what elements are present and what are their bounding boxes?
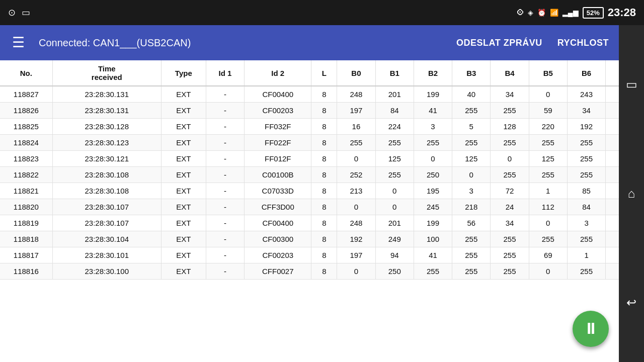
table-row[interactable]: 11882023:28:30.107EXT-CFF3D0080024521824…	[0, 199, 644, 215]
cell-b6: 3	[567, 215, 605, 231]
battery-indicator: 52%	[583, 7, 604, 19]
cell-b5: 1	[529, 183, 567, 199]
cell-b6: 255	[567, 135, 605, 151]
cell-l: 8	[311, 247, 337, 263]
cell-id1: -	[206, 231, 244, 247]
table-row[interactable]: 11881723:28:30.101EXT-CF0020381979441255…	[0, 247, 644, 263]
cell-l: 8	[311, 151, 337, 167]
cell-no: 118826	[0, 103, 52, 119]
cell-id2: CF00203	[245, 247, 311, 263]
table-row[interactable]: 11882623:28:30.131EXT-CF0020381978441255…	[0, 103, 644, 119]
status-left: ⊙ ▭	[8, 7, 30, 18]
cell-b0: 192	[337, 231, 375, 247]
speed-button[interactable]: RYCHLOST	[557, 38, 609, 48]
cell-b4: 255	[491, 167, 529, 183]
table-row[interactable]: 11882723:28:30.131EXT-CF0040082482011994…	[0, 86, 644, 103]
cell-b4: 72	[491, 183, 529, 199]
col-header-b4: B4	[491, 60, 529, 86]
table-row[interactable]: 11882323:28:30.121EXT-FF012F801250125012…	[0, 151, 644, 167]
cell-type: EXT	[161, 119, 206, 135]
cell-l: 8	[311, 215, 337, 231]
cell-no: 118817	[0, 247, 52, 263]
cell-time: 23:28:30.108	[52, 183, 161, 199]
cell-b1: 201	[375, 215, 414, 231]
table-row[interactable]: 11882123:28:30.108EXT-C07033D82130195372…	[0, 183, 644, 199]
cell-b6: 255	[567, 263, 605, 280]
cell-b0: 0	[337, 263, 375, 280]
cell-b0: 0	[337, 151, 375, 167]
cell-type: EXT	[161, 199, 206, 215]
back-button[interactable]: ↩	[622, 292, 640, 314]
send-message-button[interactable]: ODESLAT ZPRÁVU	[456, 38, 542, 48]
cell-b4: 34	[491, 86, 529, 103]
pause-fab-button[interactable]: ⏸	[573, 311, 609, 347]
tablet-icon: ▭	[22, 7, 30, 18]
cell-b1: 201	[375, 86, 414, 103]
cell-b6: 243	[567, 86, 605, 103]
table-row[interactable]: 11881623:28:30.100EXT-CFF002780250255255…	[0, 263, 644, 280]
cell-b6: 1	[567, 247, 605, 263]
cell-l: 8	[311, 231, 337, 247]
cell-b5: 0	[529, 215, 567, 231]
cell-no: 118821	[0, 183, 52, 199]
cell-id2: CF00300	[245, 231, 311, 247]
cell-b6: 34	[567, 103, 605, 119]
app-icon: ⊙	[8, 7, 16, 18]
cell-b5: 59	[529, 103, 567, 119]
table-row[interactable]: 11882523:28:30.128EXT-FF032F816224351282…	[0, 119, 644, 135]
cell-b0: 255	[337, 135, 375, 151]
cell-b0: 0	[337, 199, 375, 215]
cell-b4: 255	[491, 247, 529, 263]
cell-b4: 255	[491, 103, 529, 119]
cell-id1: -	[206, 151, 244, 167]
col-header-b5: B5	[529, 60, 567, 86]
cell-type: EXT	[161, 263, 206, 280]
cell-type: EXT	[161, 183, 206, 199]
cell-type: EXT	[161, 135, 206, 151]
cell-id1: -	[206, 135, 244, 151]
cell-b3: 255	[452, 247, 491, 263]
cell-type: EXT	[161, 167, 206, 183]
cell-b1: 250	[375, 263, 414, 280]
col-header-b1: B1	[375, 60, 414, 86]
cell-b4: 24	[491, 199, 529, 215]
cell-b1: 0	[375, 199, 414, 215]
signal-icon: ▂▄▆	[562, 9, 579, 17]
cell-b5: 220	[529, 119, 567, 135]
cell-b2: 250	[414, 167, 452, 183]
col-header-b2: B2	[414, 60, 452, 86]
cell-type: EXT	[161, 247, 206, 263]
table-row[interactable]: 11882223:28:30.108EXT-C00100B82522552500…	[0, 167, 644, 183]
cell-l: 8	[311, 167, 337, 183]
cell-b5: 0	[529, 263, 567, 280]
cell-b3: 255	[452, 263, 491, 280]
hamburger-menu-button[interactable]: ☰	[8, 32, 29, 54]
cell-no: 118823	[0, 151, 52, 167]
cell-l: 8	[311, 119, 337, 135]
app-bar: ☰ Connected: CAN1___(USB2CAN) ODESLAT ZP…	[0, 25, 644, 60]
status-bar: ⊙ ▭ ⭙ ◈ ⏰ 📶 ▂▄▆ 52% 23:28	[0, 0, 644, 25]
table-row[interactable]: 11881923:28:30.107EXT-CF0040082482011995…	[0, 215, 644, 231]
cell-b2: 199	[414, 86, 452, 103]
cell-b4: 255	[491, 231, 529, 247]
cell-b0: 248	[337, 215, 375, 231]
cell-b6: 192	[567, 119, 605, 135]
cell-l: 8	[311, 199, 337, 215]
col-header-id1: Id 1	[206, 60, 244, 86]
window-switcher-button[interactable]: ▭	[622, 73, 641, 96]
cell-id2: CFF3D00	[245, 199, 311, 215]
cell-no: 118822	[0, 167, 52, 183]
home-button[interactable]: ⌂	[624, 183, 639, 205]
table-row[interactable]: 11882423:28:30.123EXT-FF022F825525525525…	[0, 135, 644, 151]
cell-b0: 248	[337, 86, 375, 103]
cell-id2: C00100B	[245, 167, 311, 183]
cell-b0: 16	[337, 119, 375, 135]
cell-b3: 125	[452, 151, 491, 167]
cell-b1: 125	[375, 151, 414, 167]
cell-b2: 41	[414, 103, 452, 119]
cell-b2: 255	[414, 263, 452, 280]
cell-l: 8	[311, 86, 337, 103]
table-row[interactable]: 11881823:28:30.104EXT-CF0030081922491002…	[0, 231, 644, 247]
cell-no: 118824	[0, 135, 52, 151]
cell-time: 23:28:30.131	[52, 103, 161, 119]
